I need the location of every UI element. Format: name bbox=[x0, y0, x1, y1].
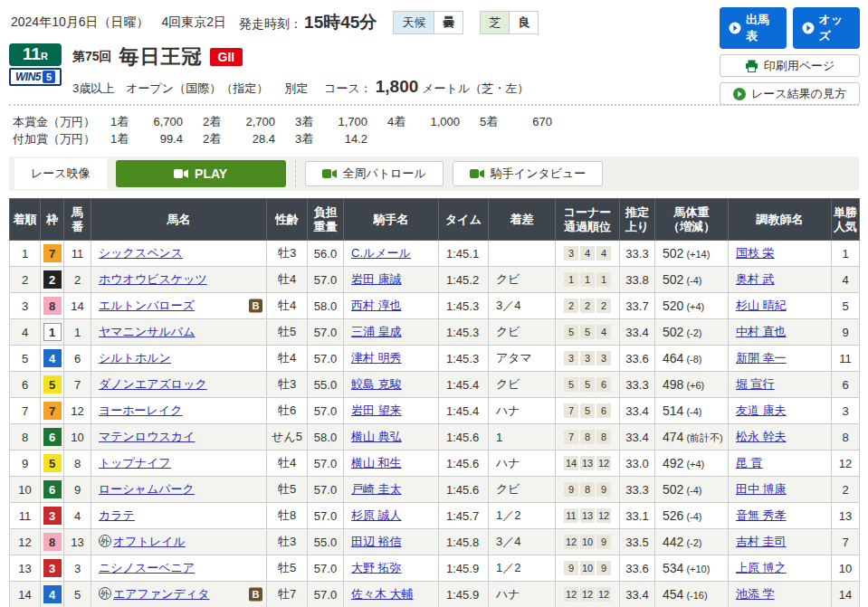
rank-cell: 6 bbox=[10, 372, 41, 398]
corner-position: 12 bbox=[580, 587, 595, 602]
corner-order-cell: 121212 bbox=[556, 582, 620, 607]
horse-number-cell: 6 bbox=[64, 346, 91, 372]
race-number: 11 bbox=[23, 44, 41, 63]
trainer-link[interactable]: 松永 幹夫 bbox=[736, 430, 787, 443]
horse-name-link[interactable]: マテンロウスカイ bbox=[99, 430, 195, 443]
jockey-link[interactable]: 津村 明秀 bbox=[351, 351, 402, 365]
jockey-link[interactable]: 佐々木 大輔 bbox=[351, 587, 414, 601]
racecard-button[interactable]: 出馬表 bbox=[720, 7, 787, 49]
odds-button[interactable]: オッズ bbox=[793, 7, 860, 49]
horse-name-link[interactable]: シックスペンス bbox=[99, 246, 183, 260]
jockey-link[interactable]: 横山 典弘 bbox=[351, 430, 402, 443]
horse-name-link[interactable]: カラテ bbox=[99, 508, 135, 522]
patrol-video-button[interactable]: 全周パトロール bbox=[305, 161, 444, 186]
print-page-button[interactable]: 印刷用ページ bbox=[720, 54, 860, 77]
horse-name-link[interactable]: ヤマニンサルバム bbox=[99, 325, 195, 338]
table-row: 3814エルトンバローズB牡458.0西村 淳也1:45.33／422233.7… bbox=[10, 293, 860, 319]
prize-value: 1,000 bbox=[418, 113, 460, 130]
play-button-label: PLAY bbox=[195, 166, 227, 181]
body-weight-cell: 502 (-4) bbox=[655, 477, 729, 503]
corner-position: 13 bbox=[580, 456, 595, 470]
horse-name-cell: カラテ bbox=[91, 503, 267, 529]
corner-position: 12 bbox=[564, 535, 578, 549]
circle-arrow-icon bbox=[729, 22, 741, 34]
column-header: 性齢 bbox=[267, 199, 308, 241]
frame-cell: 8 bbox=[41, 529, 64, 555]
horse-name-link[interactable]: ローシャムパーク bbox=[99, 482, 195, 496]
trainer-link[interactable]: 音無 秀孝 bbox=[736, 508, 787, 522]
corner-position: 5 bbox=[580, 403, 595, 418]
trainer-link[interactable]: 吉村 圭司 bbox=[736, 535, 787, 548]
frame-number-badge: 7 bbox=[43, 244, 62, 262]
jockey-link[interactable]: 横山 和生 bbox=[351, 456, 402, 469]
jockey-link[interactable]: 三浦 皇成 bbox=[351, 325, 402, 338]
trainer-cell: 杉山 晴紀 bbox=[729, 293, 832, 319]
margin-cell: クビ bbox=[489, 372, 556, 398]
jockey-link[interactable]: 戸崎 圭太 bbox=[351, 482, 402, 496]
horse-number-cell: 10 bbox=[64, 424, 91, 451]
frame-cell: 6 bbox=[41, 424, 64, 451]
play-button[interactable]: PLAY bbox=[116, 160, 286, 187]
jockey-interview-button[interactable]: 騎手インタビュー bbox=[453, 161, 604, 186]
horse-name-link[interactable]: ヨーホーレイク bbox=[99, 403, 183, 417]
corner-position: 10 bbox=[580, 535, 595, 549]
jockey-link[interactable]: C.ルメール bbox=[351, 246, 411, 260]
horse-name-link[interactable]: オフトレイル bbox=[113, 535, 186, 548]
trainer-link[interactable]: 友道 康夫 bbox=[736, 403, 787, 417]
jockey-link[interactable]: 鮫島 克駿 bbox=[351, 377, 402, 391]
extra-prize-line: 付加賞（万円） 1着99.42着28.43着14.2 bbox=[13, 130, 868, 147]
trainer-link[interactable]: 杉山 晴紀 bbox=[736, 299, 787, 312]
body-weight-cell: 454 (-16) bbox=[655, 582, 729, 607]
jockey-link[interactable]: 杉原 誠人 bbox=[351, 508, 402, 522]
trainer-cell: 音無 秀孝 bbox=[729, 503, 832, 529]
trainer-link[interactable]: 国枝 栄 bbox=[736, 246, 775, 260]
time-cell: 1:45.3 bbox=[439, 346, 489, 372]
trainer-link[interactable]: 池添 学 bbox=[736, 587, 775, 601]
sex-age-cell: せん5 bbox=[267, 424, 308, 451]
result-guide-button-label: レース結果の見方 bbox=[751, 86, 846, 102]
body-weight-cell: 464 (-8) bbox=[655, 346, 729, 372]
trainer-link[interactable]: 堀 宣行 bbox=[736, 377, 775, 391]
body-weight: 498 bbox=[663, 377, 683, 392]
time-cell: 1:45.8 bbox=[439, 529, 489, 555]
body-weight-diff: (+10) bbox=[683, 564, 710, 574]
jockey-link[interactable]: 岩田 康誠 bbox=[351, 272, 402, 286]
horse-name-link[interactable]: エルトンバローズ bbox=[99, 299, 195, 312]
time-cell: 1:45.6 bbox=[439, 477, 489, 503]
trainer-link[interactable]: 昆 貢 bbox=[736, 456, 763, 469]
horse-name-link[interactable]: ニシノスーベニア bbox=[99, 561, 195, 574]
race-title-block: 第75回 毎日王冠 GII 3歳以上 オープン（国際）（指定） 別定 コース：1… bbox=[72, 43, 529, 97]
trainer-link[interactable]: 上原 博之 bbox=[736, 561, 787, 574]
trainer-cell: 田中 博康 bbox=[729, 477, 832, 503]
horse-name-cell: エルトンバローズB bbox=[91, 293, 267, 319]
jockey-link[interactable]: 西村 淳也 bbox=[351, 299, 402, 312]
trainer-link[interactable]: 奥村 武 bbox=[736, 272, 775, 286]
frame-number-badge: 7 bbox=[43, 402, 62, 420]
last-3f-cell: 33.4 bbox=[620, 582, 655, 607]
corner-position: 11 bbox=[564, 508, 578, 523]
rank-cell: 3 bbox=[10, 293, 41, 319]
frame-cell: 7 bbox=[41, 241, 64, 267]
corner-order-cell: 554 bbox=[556, 319, 620, 346]
jockey-link[interactable]: 田辺 裕信 bbox=[351, 535, 402, 548]
result-guide-button[interactable]: レース結果の見方 bbox=[720, 82, 860, 105]
horse-name-link[interactable]: トップナイフ bbox=[99, 456, 171, 469]
horse-name-link[interactable]: シルトホルン bbox=[99, 351, 171, 365]
trainer-link[interactable]: 新開 幸一 bbox=[736, 351, 787, 365]
corner-position: 5 bbox=[564, 377, 578, 392]
horse-name-link[interactable]: エアファンディタ bbox=[113, 587, 209, 601]
corner-position: 4 bbox=[596, 325, 611, 339]
racecard-button-label: 出馬表 bbox=[746, 12, 777, 44]
jockey-link[interactable]: 岩田 望来 bbox=[351, 403, 402, 417]
frame-number-badge: 6 bbox=[43, 480, 62, 498]
prize-pair: 3着1,700 bbox=[295, 113, 367, 130]
frame-cell: 4 bbox=[41, 582, 64, 607]
trainer-link[interactable]: 中村 直也 bbox=[736, 325, 787, 338]
frame-number-badge: 5 bbox=[43, 375, 62, 394]
trainer-link[interactable]: 田中 博康 bbox=[736, 482, 787, 496]
sex-age-cell: 牡5 bbox=[267, 319, 308, 346]
horse-name-link[interactable]: ホウオウビスケッツ bbox=[99, 272, 207, 286]
horse-name-link[interactable]: ダノンエアズロック bbox=[99, 377, 207, 391]
margin-cell bbox=[489, 241, 556, 267]
jockey-link[interactable]: 大野 拓弥 bbox=[351, 561, 402, 574]
